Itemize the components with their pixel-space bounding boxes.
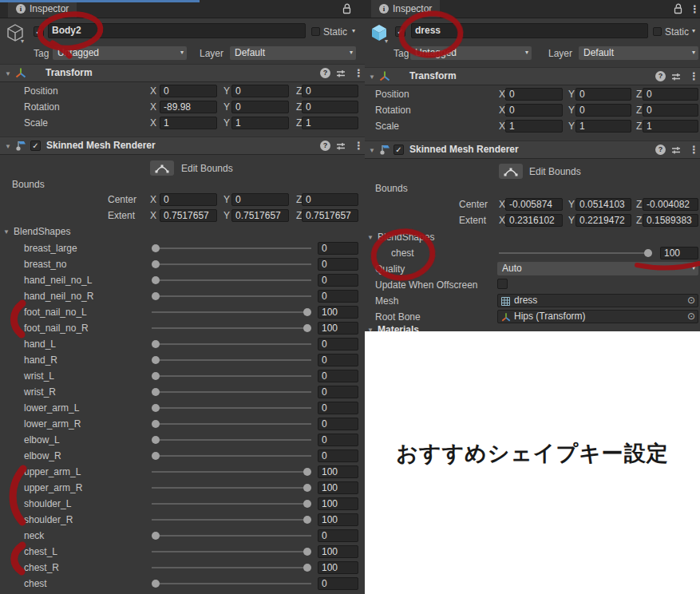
slider-handle[interactable] <box>303 468 311 476</box>
object-picker-icon[interactable]: ⊙ <box>687 295 695 307</box>
static-checkbox[interactable] <box>653 27 662 36</box>
name-field[interactable]: Body2 <box>48 23 306 38</box>
slider-handle[interactable] <box>152 244 160 252</box>
blendshape-slider[interactable] <box>152 528 311 544</box>
blendshape-value-field[interactable]: 0 <box>318 386 358 398</box>
blendshape-value-field[interactable]: 0 <box>318 258 358 271</box>
blendshape-value-field[interactable]: 100 <box>318 306 358 319</box>
blendshape-value-field[interactable]: 100 <box>318 513 358 526</box>
blendshape-slider[interactable] <box>152 416 311 432</box>
slider-handle[interactable] <box>152 292 160 300</box>
blendshape-value-field[interactable]: 100 <box>318 545 358 558</box>
z-field[interactable]: 0 <box>302 85 358 97</box>
slider-handle[interactable] <box>152 580 160 588</box>
slider-handle[interactable] <box>152 276 160 284</box>
blendshape-value-field[interactable]: 100 <box>660 247 698 259</box>
x-field[interactable]: 1 <box>160 117 217 129</box>
preset-icon[interactable] <box>336 69 346 78</box>
blendshape-value-field[interactable]: 0 <box>318 242 358 255</box>
menu-dots-icon[interactable]: ⋮ <box>354 67 364 79</box>
blendshape-slider[interactable] <box>152 352 311 368</box>
blendshape-value-field[interactable]: 0 <box>318 354 358 366</box>
transform-header[interactable]: ▼ Transform ? ⋮ <box>365 67 700 85</box>
blendshapes-foldout-label[interactable]: BlendShapes <box>14 226 70 237</box>
blendshape-slider[interactable] <box>152 496 311 512</box>
slider-handle[interactable] <box>303 564 311 572</box>
y-field[interactable]: 0 <box>575 104 631 117</box>
tag-dropdown[interactable]: Untagged ▾ <box>410 46 532 60</box>
slider-handle[interactable] <box>152 404 160 412</box>
z-field[interactable]: 1 <box>302 117 358 129</box>
object-picker-icon[interactable]: ⊙ <box>687 311 695 323</box>
slider-handle[interactable] <box>152 420 160 428</box>
blendshape-value-field[interactable]: 0 <box>318 449 358 462</box>
blendshape-slider[interactable] <box>152 576 311 592</box>
slider-handle[interactable] <box>303 308 311 316</box>
blendshape-slider[interactable] <box>152 272 311 288</box>
x-field[interactable]: 0 <box>160 85 217 97</box>
static-checkbox[interactable] <box>311 27 320 36</box>
tag-dropdown[interactable]: Untagged ▾ <box>53 46 187 60</box>
tab-inspector[interactable]: i Inspector <box>8 0 77 18</box>
slider-handle[interactable] <box>303 516 311 524</box>
blendshape-slider[interactable] <box>152 560 311 576</box>
x-field[interactable]: -89.98 <box>160 101 217 113</box>
static-dropdown-arrow[interactable]: ▾ <box>692 27 695 34</box>
blendshape-slider[interactable] <box>499 245 652 261</box>
lock-icon[interactable] <box>342 3 352 14</box>
slider-handle[interactable] <box>303 324 311 332</box>
smr-header[interactable]: ▼ ✓ Skinned Mesh Renderer ? ⋮ <box>0 137 365 155</box>
foldout-icon[interactable]: ▼ <box>369 73 375 81</box>
y-field[interactable]: 0.2219472 <box>575 214 631 227</box>
blendshape-value-field[interactable]: 0 <box>318 434 358 446</box>
slider-handle[interactable] <box>152 356 160 364</box>
blendshape-value-field[interactable]: 0 <box>318 290 358 303</box>
z-field[interactable]: 0.1589383 <box>643 214 698 227</box>
menu-dots-icon[interactable]: ⋮ <box>354 140 364 152</box>
lock-icon[interactable] <box>673 3 683 14</box>
x-field[interactable]: 0 <box>505 104 563 117</box>
blendshape-slider[interactable] <box>152 384 311 400</box>
slider-handle[interactable] <box>152 436 160 444</box>
blendshape-value-field[interactable]: 0 <box>318 418 358 430</box>
y-field[interactable]: 0 <box>231 193 289 206</box>
slider-handle[interactable] <box>152 388 160 396</box>
blendshape-value-field[interactable]: 0 <box>318 274 358 287</box>
y-field[interactable]: 0.0514103 <box>575 198 631 211</box>
blendshape-value-field[interactable]: 0 <box>318 402 358 414</box>
slider-handle[interactable] <box>152 340 160 348</box>
edit-bounds-button[interactable] <box>499 164 523 179</box>
materials-foldout-label[interactable]: Materials <box>378 324 419 331</box>
slider-handle[interactable] <box>152 452 160 460</box>
foldout-icon[interactable]: ▼ <box>367 234 374 241</box>
menu-dots-icon[interactable]: ⋮ <box>690 3 700 15</box>
blendshape-value-field[interactable]: 100 <box>318 481 358 494</box>
y-field[interactable]: 1 <box>231 117 289 129</box>
help-icon[interactable]: ? <box>655 145 666 155</box>
quality-dropdown[interactable]: Auto ▾ <box>497 262 698 275</box>
y-field[interactable]: 0 <box>231 85 289 97</box>
active-checkbox[interactable]: ✓ <box>34 26 44 37</box>
slider-handle[interactable] <box>152 372 160 380</box>
transform-header[interactable]: ▼ Transform ? ⋮ <box>0 64 365 82</box>
component-enabled-checkbox[interactable]: ✓ <box>394 145 404 155</box>
blendshapes-foldout-label[interactable]: BlendShapes <box>378 232 434 243</box>
y-field[interactable]: 1 <box>575 120 631 133</box>
blendshape-value-field[interactable]: 0 <box>318 577 358 590</box>
blendshape-slider[interactable] <box>152 368 311 384</box>
slider-handle[interactable] <box>152 260 160 268</box>
y-field[interactable]: 0 <box>231 101 289 113</box>
z-field[interactable]: 1 <box>643 120 698 133</box>
x-field[interactable]: 0 <box>505 88 563 101</box>
blendshape-slider[interactable] <box>152 320 311 336</box>
blendshape-value-field[interactable]: 0 <box>318 338 358 350</box>
slider-handle[interactable] <box>644 249 652 257</box>
blendshape-slider[interactable] <box>152 288 311 304</box>
active-checkbox[interactable]: ✓ <box>395 26 405 37</box>
z-field[interactable]: 0.7517657 <box>302 209 358 222</box>
blendshape-value-field[interactable]: 100 <box>318 465 358 478</box>
z-field[interactable]: 0 <box>302 193 358 206</box>
tab-inspector[interactable]: i Inspector <box>371 0 440 18</box>
foldout-icon[interactable]: ▼ <box>5 70 11 77</box>
smr-header[interactable]: ▼ ✓ Skinned Mesh Renderer ? ⋮ <box>365 141 700 159</box>
